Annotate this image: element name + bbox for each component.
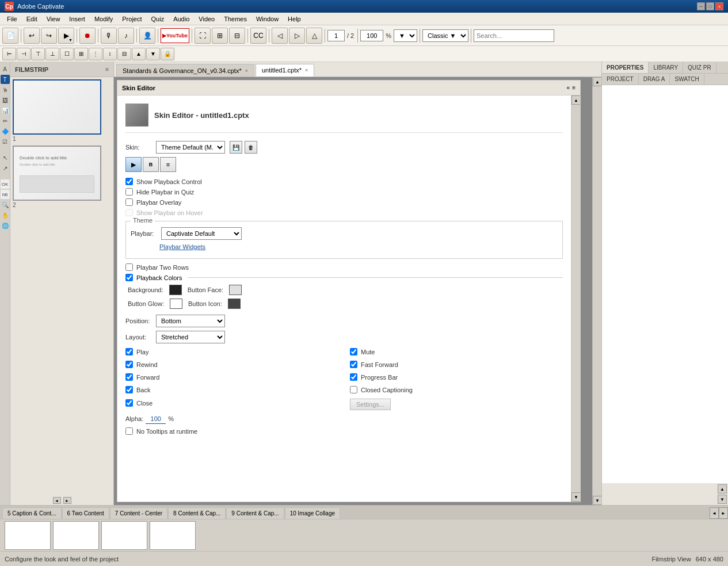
close-checkbox[interactable] (125, 399, 133, 407)
sidebar-icon-2[interactable]: T (1, 75, 10, 84)
slide-thumb-1[interactable]: 1 (13, 79, 111, 143)
sidebar-icon-7[interactable]: 🔷 (1, 127, 10, 136)
menu-quiz[interactable]: Quiz (147, 14, 169, 24)
show-hover-checkbox[interactable] (125, 209, 133, 216)
distribute-v-button[interactable]: ⋮ (89, 48, 102, 60)
record-button[interactable]: ⏺ (79, 28, 96, 44)
scroll-up-btn[interactable]: ▲ (571, 95, 580, 105)
bottom-slide-1[interactable] (5, 521, 51, 550)
menu-themes[interactable]: Themes (219, 14, 251, 24)
align-center-h-button[interactable]: ⊣ (17, 48, 31, 60)
alpha-input[interactable]: 100 (146, 414, 166, 424)
menu-file[interactable]: File (2, 14, 22, 24)
group-button[interactable]: ⊟ (117, 48, 131, 60)
button-icon-color-swatch[interactable] (228, 299, 241, 309)
canvas-scroll-up[interactable]: ▲ (593, 77, 601, 86)
tab-2[interactable]: untitled1.cptx* × (256, 64, 314, 77)
menu-insert[interactable]: Insert (64, 14, 90, 24)
playbar-widgets-link[interactable]: Playbar Widgets (159, 243, 205, 250)
panel-tab-properties[interactable]: PROPERTIES (602, 62, 649, 73)
bottom-tabs-scroll-right[interactable]: ► (719, 507, 728, 519)
sidebar-icon-pan[interactable]: ✋ (1, 211, 10, 220)
playback-colors-checkbox[interactable] (125, 274, 133, 281)
view-btn-playbar[interactable]: ▶ (125, 157, 142, 172)
bottom-slide-2[interactable] (53, 521, 99, 550)
settings-button[interactable]: Settings... (350, 399, 391, 410)
menu-help[interactable]: Help (283, 14, 306, 24)
grid-button[interactable]: ⊞ (212, 28, 228, 44)
panel-tab-drag[interactable]: DRAG A (639, 74, 670, 85)
no-tooltips-checkbox[interactable] (125, 427, 133, 435)
align-left-button[interactable]: ⊢ (2, 48, 16, 60)
playbar-two-rows-checkbox[interactable] (125, 263, 133, 271)
sidebar-icon-9[interactable]: ↖ (1, 153, 10, 162)
skin-select[interactable]: Theme Default (M... (156, 141, 225, 154)
align-center-v-button[interactable]: ☐ (60, 48, 74, 60)
hide-playbar-quiz-checkbox[interactable] (125, 188, 133, 196)
bottom-tabs-scroll-left[interactable]: ◄ (710, 507, 719, 519)
tab-1[interactable]: Standards & Governance_ON_v0.34.cptx* × (116, 64, 254, 77)
sidebar-icon-ok[interactable]: OK (1, 179, 10, 189)
music-button[interactable]: ♪ (118, 28, 134, 44)
close-button[interactable]: × (715, 2, 723, 10)
sidebar-icon-4[interactable]: 🖼 (1, 95, 10, 105)
scroll-down-btn[interactable]: ▼ (571, 492, 580, 502)
forward-nav-button[interactable]: ▷ (289, 28, 305, 44)
mute-checkbox[interactable] (350, 348, 357, 355)
distribute-h-button[interactable]: ⊞ (74, 48, 88, 60)
menu-modify[interactable]: Modify (90, 14, 117, 24)
bottom-tab-10[interactable]: 10 Image Collage (285, 507, 340, 519)
view-btn-toc[interactable]: ≡ (160, 157, 176, 172)
filmstrip-scroll-right[interactable]: ► (63, 497, 71, 504)
progress-bar-checkbox[interactable] (350, 373, 357, 381)
bottom-tab-5[interactable]: 5 Caption & Cont... (2, 507, 62, 519)
search-input[interactable] (474, 29, 554, 42)
panel-scroll-up[interactable]: ▲ (718, 484, 727, 494)
rewind-checkbox[interactable] (125, 361, 133, 368)
send-back-button[interactable]: ▼ (146, 48, 160, 60)
cc-checkbox[interactable] (350, 386, 357, 393)
filmstrip-menu-btn[interactable]: ≡ (105, 66, 109, 72)
panel-tab-quiz[interactable]: QUIZ PR (683, 62, 716, 73)
menu-view[interactable]: View (42, 14, 65, 24)
youtube-button[interactable]: ▶YouTube (161, 28, 189, 43)
menu-project[interactable]: Project (117, 14, 146, 24)
playbar-select[interactable]: Captivate Default (161, 227, 242, 240)
panel-tab-project[interactable]: PROJECT (602, 74, 639, 85)
position-select[interactable]: Bottom Top None (156, 315, 225, 327)
tab-1-close[interactable]: × (245, 68, 248, 74)
bottom-tab-7[interactable]: 7 Content - Center (110, 507, 167, 519)
sidebar-icon-3[interactable]: 🖱 (1, 85, 10, 94)
preset-dropdown[interactable]: Classic ▼ (422, 29, 468, 42)
up-nav-button[interactable]: △ (306, 28, 322, 44)
panel-scroll-down[interactable]: ▼ (718, 495, 727, 504)
sidebar-icon-5[interactable]: 📊 (1, 106, 10, 115)
menu-edit[interactable]: Edit (22, 14, 42, 24)
resize-button[interactable]: ↕ (103, 48, 117, 60)
fast-forward-checkbox[interactable] (350, 361, 357, 368)
show-playback-checkbox[interactable] (125, 178, 133, 185)
tab-2-close[interactable]: × (305, 67, 308, 73)
avatar-button[interactable]: 👤 (139, 28, 155, 44)
fullscreen-button[interactable]: ⛶ (195, 28, 211, 44)
bottom-tab-8[interactable]: 8 Content & Cap... (168, 507, 226, 519)
sidebar-icon-zoom[interactable]: 🔍 (1, 200, 10, 209)
audio-button[interactable]: 🎙 (101, 28, 117, 44)
skin-editor-menu-btn[interactable]: ≡ (572, 85, 575, 91)
button-face-color-swatch[interactable] (229, 285, 242, 295)
redo-button[interactable]: ↪ (41, 28, 57, 44)
minimize-button[interactable]: ─ (697, 2, 705, 10)
canvas-scroll-down[interactable]: ▼ (593, 496, 601, 505)
bottom-slide-3[interactable] (101, 521, 147, 550)
filmstrip-scroll-left[interactable]: ◄ (53, 497, 61, 504)
sidebar-icon-nb[interactable]: NB (1, 190, 10, 199)
back-checkbox[interactable] (125, 386, 133, 393)
bottom-slide-4[interactable] (150, 521, 196, 550)
grid2-button[interactable]: ⊟ (229, 28, 245, 44)
back-nav-button[interactable]: ◁ (272, 28, 288, 44)
sidebar-icon-1[interactable]: A (1, 64, 10, 74)
new-button[interactable]: 📄 (2, 28, 18, 44)
panel-tab-library[interactable]: LIBRARY (649, 62, 683, 73)
play-checkbox[interactable] (125, 348, 133, 355)
menu-window[interactable]: Window (251, 14, 283, 24)
